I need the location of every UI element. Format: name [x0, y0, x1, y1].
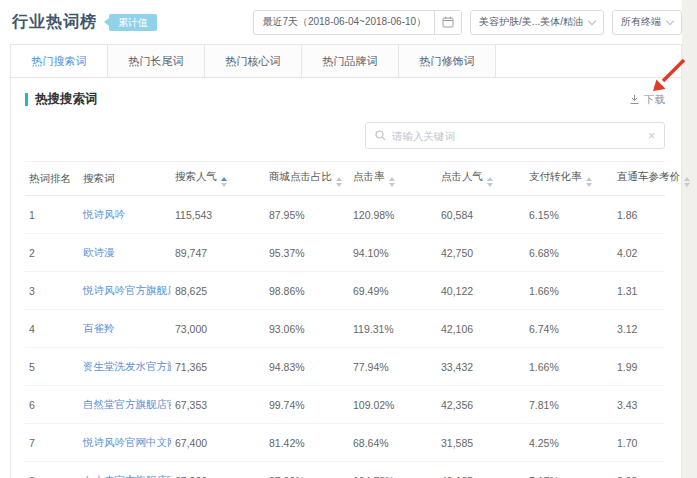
category-select[interactable]: 美容护肤/美...美体/精油: [470, 10, 604, 35]
tab-hot-search-words[interactable]: 热门搜索词: [11, 45, 108, 77]
column-header-click_rate[interactable]: 点击率: [349, 162, 437, 196]
sort-carets-icon[interactable]: [487, 177, 493, 187]
pay_conversion-cell: 6.15%: [525, 196, 613, 234]
click_rate-cell: 77.94%: [349, 348, 437, 386]
table-header-row: 热词排名搜索词搜索人气商城点击占比点击率点击人气支付转化率直通车参考价: [25, 162, 665, 196]
ppc_reference_price-cell: 2.98: [613, 462, 665, 478]
click_popularity-cell: 40,122: [437, 272, 525, 310]
table-row: 8白大夫官方旗舰店官网67,03697.09%104.78%40,1357.17…: [25, 462, 665, 478]
search-row: ×: [27, 122, 665, 149]
keyword-link[interactable]: 悦诗风吟: [83, 208, 125, 220]
column-label: 点击率: [353, 170, 385, 182]
click_rate-cell: 120.98%: [349, 196, 437, 234]
click_popularity-cell: 42,106: [437, 310, 525, 348]
tab-modifier-words[interactable]: 热门修饰词: [399, 45, 496, 77]
column-label: 支付转化率: [529, 170, 582, 182]
table-row: 3悦诗风吟官方旗舰店..88,62598.86%69.49%40,1221.66…: [25, 272, 665, 310]
page-title: 行业热词榜: [12, 12, 97, 33]
table-row: 5资生堂洗发水官方旗舰71,36594.83%77.94%33,4321.66%…: [25, 348, 665, 386]
download-icon: [629, 94, 640, 105]
column-header-rank: 热词排名: [25, 162, 79, 196]
device-select-value: 所有终端: [621, 15, 661, 29]
pay_conversion-cell: 6.68%: [525, 234, 613, 272]
sort-carets-icon[interactable]: [336, 177, 342, 187]
search_popularity-cell: 115,543: [171, 196, 265, 234]
keyword-search-input[interactable]: [392, 130, 642, 142]
search_popularity-cell: 88,625: [171, 272, 265, 310]
rank-cell: 3: [25, 272, 79, 310]
download-label: 下载: [644, 93, 665, 107]
click_rate-cell: 69.49%: [349, 272, 437, 310]
sort-carets-icon[interactable]: [221, 177, 227, 187]
title-badge: 累计值: [109, 14, 157, 31]
mall_click_share-cell: 99.74%: [265, 386, 349, 424]
column-header-mall_click_share[interactable]: 商城点击占比: [265, 162, 349, 196]
click_rate-cell: 119.31%: [349, 310, 437, 348]
table-row: 2欧诗漫89,74795.37%94.10%42,7506.68%4.02: [25, 234, 665, 272]
keyword-cell: 悦诗风吟: [79, 196, 171, 234]
click_popularity-cell: 60,584: [437, 196, 525, 234]
section-accent-bar: [25, 93, 28, 106]
mall_click_share-cell: 94.83%: [265, 348, 349, 386]
click_popularity-cell: 42,750: [437, 234, 525, 272]
mall_click_share-cell: 95.37%: [265, 234, 349, 272]
click_rate-cell: 104.78%: [349, 462, 437, 478]
table-row: 7悦诗风吟官网中文网67,40081.42%68.64%31,5854.25%1…: [25, 424, 665, 462]
content-card: 热门搜索词 热门长尾词 热门核心词 热门品牌词 热门修饰词 热搜搜索词 下载 ×: [10, 44, 682, 478]
tab-long-tail-words[interactable]: 热门长尾词: [108, 45, 205, 77]
chevron-down-icon: [666, 16, 674, 24]
pay_conversion-cell: 4.25%: [525, 424, 613, 462]
pay_conversion-cell: 7.17%: [525, 462, 613, 478]
tab-brand-words[interactable]: 热门品牌词: [302, 45, 399, 77]
column-header-search_popularity[interactable]: 搜索人气: [171, 162, 265, 196]
keyword-link[interactable]: 资生堂洗发水官方旗舰: [83, 360, 171, 372]
keyword-link[interactable]: 百雀羚: [83, 322, 115, 334]
calendar-button[interactable]: [434, 11, 461, 34]
sort-carets-icon[interactable]: [586, 177, 592, 187]
sort-carets-icon[interactable]: [684, 177, 690, 187]
mall_click_share-cell: 97.09%: [265, 462, 349, 478]
header: 行业热词榜 累计值 最近7天（2018-06-04~2018-06-10） 美容…: [12, 0, 682, 44]
column-label: 搜索人气: [175, 170, 217, 182]
search_popularity-cell: 67,400: [171, 424, 265, 462]
table-row: 4百雀羚73,00093.06%119.31%42,1066.74%3.12: [25, 310, 665, 348]
sort-carets-icon[interactable]: [389, 177, 395, 187]
rank-cell: 6: [25, 386, 79, 424]
table-row: 1悦诗风吟115,54387.95%120.98%60,5846.15%1.86: [25, 196, 665, 234]
column-header-ppc_reference_price[interactable]: 直通车参考价: [613, 162, 665, 196]
tab-core-words[interactable]: 热门核心词: [205, 45, 302, 77]
keyword-link[interactable]: 悦诗风吟官网中文网: [83, 436, 171, 448]
ppc_reference_price-cell: 3.12: [613, 310, 665, 348]
ppc_reference_price-cell: 1.86: [613, 196, 665, 234]
clear-icon[interactable]: ×: [648, 130, 655, 142]
keyword-cell: 资生堂洗发水官方旗舰: [79, 348, 171, 386]
click_popularity-cell: 33,432: [437, 348, 525, 386]
pay_conversion-cell: 6.74%: [525, 310, 613, 348]
page-background-strip: [682, 0, 697, 478]
chevron-down-icon: [588, 16, 596, 24]
keyword-link[interactable]: 欧诗漫: [83, 246, 115, 258]
ppc_reference_price-cell: 1.31: [613, 272, 665, 310]
toolbar: 最近7天（2018-06-04~2018-06-10） 美容护肤/美...美体/…: [253, 10, 682, 35]
date-range-picker[interactable]: 最近7天（2018-06-04~2018-06-10）: [254, 11, 434, 34]
device-select[interactable]: 所有终端: [612, 10, 682, 35]
keyword-link[interactable]: 悦诗风吟官方旗舰店..: [83, 284, 171, 296]
keyword-link[interactable]: 自然堂官方旗舰店官..: [83, 398, 171, 410]
table-body: 1悦诗风吟115,54387.95%120.98%60,5846.15%1.86…: [25, 196, 665, 478]
click_popularity-cell: 31,585: [437, 424, 525, 462]
section-title-group: 热搜搜索词: [25, 91, 98, 108]
column-header-click_popularity[interactable]: 点击人气: [437, 162, 525, 196]
click_popularity-cell: 42,356: [437, 386, 525, 424]
download-button[interactable]: 下载: [629, 93, 665, 107]
column-header-pay_conversion[interactable]: 支付转化率: [525, 162, 613, 196]
ppc_reference_price-cell: 1.70: [613, 424, 665, 462]
keyword-link[interactable]: 白大夫官方旗舰店官网: [83, 474, 171, 478]
click_popularity-cell: 40,135: [437, 462, 525, 478]
column-header-keyword: 搜索词: [79, 162, 171, 196]
search-icon: [375, 130, 386, 141]
mall_click_share-cell: 87.95%: [265, 196, 349, 234]
ppc_reference_price-cell: 1.99: [613, 348, 665, 386]
rank-cell: 8: [25, 462, 79, 478]
keyword-cell: 白大夫官方旗舰店官网: [79, 462, 171, 478]
keyword-cell: 悦诗风吟官方旗舰店..: [79, 272, 171, 310]
